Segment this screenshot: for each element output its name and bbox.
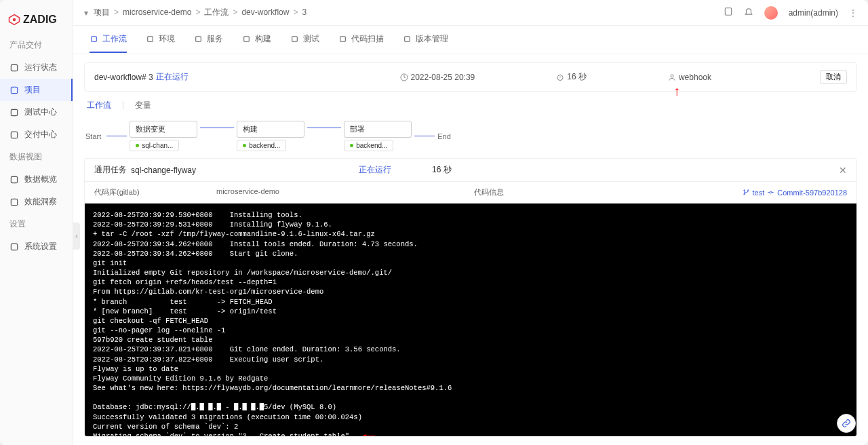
code-info-link[interactable]: test Commit-597b920128 [743,187,847,197]
breadcrumb-item[interactable]: microservice-demo [123,7,191,17]
svg-rect-9 [725,8,731,16]
status-dot-icon [350,144,353,147]
close-icon[interactable]: ✕ [839,165,847,176]
svg-rect-2 [11,64,17,71]
tab-workflow[interactable]: 工作流 [90,33,127,53]
task-status: 正在运行 [359,164,391,176]
stage-title[interactable]: 部署 [344,121,412,138]
workflow-icon [90,35,98,43]
stage-title[interactable]: 数据变更 [130,121,197,138]
tab-scan[interactable]: 代码扫描 [338,33,384,53]
version-icon [403,35,412,43]
tab-service[interactable]: 服务 [194,33,223,53]
avatar[interactable] [764,6,778,20]
logo-text: ZADIG [23,14,57,26]
nav-section-title: 产品交付 [0,34,73,56]
dropdown-icon[interactable]: ▾ [84,8,88,18]
svg-rect-15 [340,37,346,42]
settings-icon [9,242,19,252]
svg-rect-14 [292,37,298,42]
commit-icon [767,189,774,196]
subnav: 工作流环境服务构建测试代码扫描版本管理 [73,26,868,54]
pipeline-stage: 部署backend... [344,121,412,151]
code-repo: microservice-demo [216,187,474,197]
svg-rect-5 [11,132,17,138]
detail-tabs: 工作流|变量 [84,97,857,117]
svg-rect-12 [196,37,201,42]
overview-icon [9,175,19,185]
sidebar-collapse-handle[interactable]: ‹ [73,222,80,250]
run-title: dev-workflow# 3 [94,73,153,82]
stage-title[interactable]: 构建 [237,121,304,138]
svg-rect-7 [11,199,17,205]
nav-item-测试中心[interactable]: 测试中心 [0,101,73,123]
nav-item-交付中心[interactable]: 交付中心 [0,123,73,146]
user-name[interactable]: admin(admin) [789,8,838,18]
tab-test[interactable]: 测试 [290,33,319,53]
nav-item-效能洞察[interactable]: 效能洞察 [0,191,73,213]
code-repo-label: 代码库(gitlab) [94,187,216,197]
cancel-button[interactable]: 取消 [820,70,847,84]
test-icon [9,108,19,117]
logo[interactable]: ZADIG [0,5,73,34]
test-icon [290,35,299,43]
svg-rect-16 [405,37,410,42]
task-duration: 16 秒 [432,164,452,176]
stage-job[interactable]: backend... [237,140,286,151]
nav-item-数据概览[interactable]: 数据概览 [0,168,73,191]
breadcrumb-item[interactable]: dev-workflow [241,7,289,17]
branch-icon [743,189,750,196]
nav-item-项目[interactable]: 项目 [0,79,73,101]
insight-icon [9,197,19,207]
run-duration: 16 秒 [556,71,587,83]
svg-rect-4 [11,109,17,115]
nav-item-系统设置[interactable]: 系统设置 [0,235,73,258]
status-dot-icon [243,144,246,147]
annotation-arrow-icon: ↑ [673,83,680,99]
svg-point-21 [743,193,745,195]
breadcrumb: 项目>microservice-demo>工作流>dev-workflow>3 [94,7,307,18]
run-trigger: webhook ↑ [668,73,711,82]
svg-rect-3 [11,87,17,93]
breadcrumb-item[interactable]: 工作流 [204,7,229,17]
pipeline-start: Start [85,132,101,140]
detail-tab-0[interactable]: 工作流 [87,100,111,111]
nav-item-运行状态[interactable]: 运行状态 [0,56,73,79]
breadcrumb-item[interactable]: 项目 [94,7,110,17]
link-icon [842,419,851,428]
terminal-output[interactable]: 2022-08-25T20:39:29.530+0800 Installing … [85,204,856,436]
env-icon [146,35,155,43]
pipeline-end: End [437,132,451,140]
svg-point-1 [13,18,16,22]
bell-icon[interactable] [744,7,753,18]
clock-icon [400,73,408,81]
book-icon[interactable] [724,7,733,18]
pipeline-stage: 数据变更sql-chan... [130,121,197,151]
more-icon[interactable]: ⋮ [849,8,857,18]
build-icon [242,35,251,43]
stage-job[interactable]: sql-chan... [130,140,179,151]
tab-version[interactable]: 版本管理 [403,33,448,53]
svg-rect-11 [148,37,153,42]
delivery-icon [9,130,19,140]
svg-point-23 [770,191,772,193]
code-info-label: 代码信息 [474,187,596,197]
user-icon [668,73,676,81]
help-float-button[interactable] [837,414,856,433]
tab-env[interactable]: 环境 [146,33,175,53]
tab-build[interactable]: 构建 [242,33,271,53]
task-name: sql-change-flyway [131,166,196,175]
svg-rect-6 [11,176,17,182]
task-panel: 通用任务 sql-change-flyway 正在运行 16 秒 ✕ 代码库(g… [84,158,857,437]
svg-point-20 [743,190,745,191]
svg-rect-13 [244,37,250,42]
logo-icon [8,14,20,26]
breadcrumb-item[interactable]: 3 [302,7,307,17]
topbar: ▾ 项目>microservice-demo>工作流>dev-workflow>… [73,0,868,26]
status-dot-icon [136,144,139,147]
stage-job[interactable]: backend... [344,140,393,151]
detail-tab-1[interactable]: 变量 [135,100,151,111]
svg-rect-8 [11,244,17,250]
sidebar: ZADIG 产品交付运行状态项目测试中心交付中心数据视图数据概览效能洞察设置系统… [0,0,73,445]
pipeline: Start 数据变更sql-chan...构建backend...部署backe… [84,117,857,158]
